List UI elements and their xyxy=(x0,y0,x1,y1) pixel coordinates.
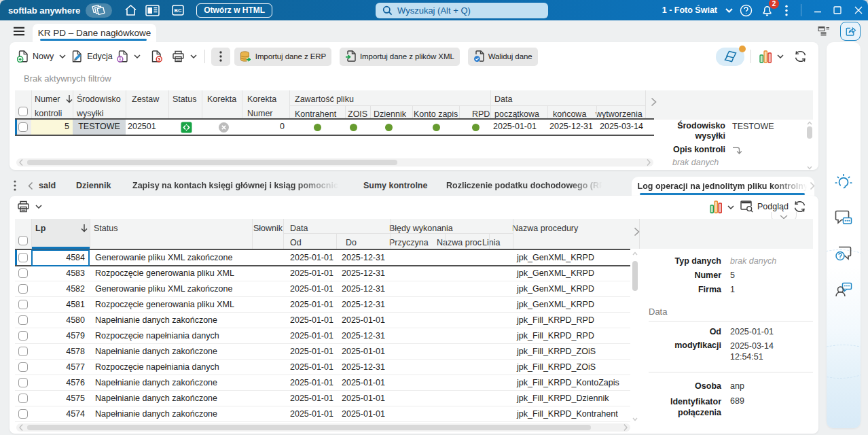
tab-kr-pd-dane-naglowkowe[interactable]: KR PD – Dane nagłówkowe xyxy=(33,24,156,42)
cell-lp[interactable]: 4582 xyxy=(31,281,90,297)
cell-nazwa-procedury[interactable]: jpk_GenXML_KRPD xyxy=(517,281,594,297)
cell-do[interactable]: 2025-01-01 xyxy=(342,375,385,391)
scroll-right-icon[interactable] xyxy=(623,423,628,432)
window-list-button[interactable] xyxy=(818,26,830,37)
cell-koncowa[interactable]: 2025-12-31 xyxy=(547,120,596,135)
document-delete-button[interactable] xyxy=(151,50,162,63)
scroll-up-icon[interactable] xyxy=(632,251,638,256)
cell-nazwa-procedury[interactable]: jpk_Fill_KRPD_ZOiS xyxy=(517,344,596,360)
chart-view-button[interactable] xyxy=(759,50,784,63)
cell-status[interactable]: Napełnianie danych zakończone xyxy=(95,375,217,391)
cell-status[interactable]: Rozpoczęcie napełniania danych xyxy=(95,328,219,344)
cell-do[interactable]: 2025-01-01 xyxy=(342,391,385,406)
cell-lp[interactable]: 4574 xyxy=(31,406,90,422)
cell-zestaw[interactable]: 202501 xyxy=(126,120,168,135)
grid1-expand-chevron[interactable] xyxy=(651,97,657,107)
cell-od[interactable]: 2025-01-01 xyxy=(290,391,333,406)
cell-lp[interactable]: 4579 xyxy=(31,328,90,344)
table-row[interactable]: 4579 Rozpoczęcie napełniania danych 2025… xyxy=(15,328,630,344)
table-row[interactable]: 4575 Napełnianie danych zakończone 2025-… xyxy=(15,391,630,406)
cell-wytworzenia[interactable]: 2025-03-14 xyxy=(596,120,645,135)
select-all-checkbox[interactable] xyxy=(18,107,28,116)
grid2-hscrollbar[interactable] xyxy=(16,423,630,432)
row-checkbox[interactable] xyxy=(18,315,28,325)
row-checkbox[interactable] xyxy=(18,268,28,278)
help-chat-button[interactable] xyxy=(835,245,852,263)
cell-lp[interactable]: 4580 xyxy=(31,313,90,328)
cell-nazwa-procedury[interactable]: jpk_Fill_KRPD_RPD xyxy=(517,313,594,328)
col-przyczyna[interactable]: Przyczyna xyxy=(389,236,429,250)
cell-od[interactable]: 2025-01-01 xyxy=(290,281,333,297)
cell-lp[interactable]: 4581 xyxy=(31,297,90,313)
cell-status[interactable]: Napełnianie danych zakończone xyxy=(95,391,217,406)
table-row[interactable]: 4584 Generowanie pliku XML zakończone 20… xyxy=(15,250,630,266)
row-checkbox[interactable] xyxy=(18,253,28,262)
cell-lp[interactable]: 4576 xyxy=(31,375,90,391)
table-row[interactable]: 4576 Napełnianie danych zakończone 2025-… xyxy=(15,375,630,391)
cell-nazwa-procedury[interactable]: jpk_Fill_KRPD_RPD xyxy=(517,328,594,344)
table-row[interactable]: 4583 Rozpoczęcie generowania pliku XML 2… xyxy=(15,266,630,281)
tab-sumy-kontrolne[interactable]: Sumy kontrolne xyxy=(363,175,427,196)
row-checkbox[interactable] xyxy=(18,300,28,309)
titlebar-menu-button[interactable] xyxy=(777,1,796,20)
company-selector[interactable]: 1 - Foto Świat xyxy=(662,5,717,15)
col-od[interactable]: Od xyxy=(290,236,302,250)
cell-od[interactable]: 2025-01-01 xyxy=(290,266,333,281)
cell-status[interactable]: Napełnianie danych zakończone xyxy=(95,313,217,328)
detail1-vscrollbar[interactable] xyxy=(806,121,814,170)
refresh-button[interactable] xyxy=(793,50,808,63)
scroll-left-icon[interactable] xyxy=(19,158,23,167)
cell-od[interactable]: 2025-01-01 xyxy=(290,313,333,328)
scroll-down-icon[interactable] xyxy=(632,417,638,421)
preview-button[interactable]: Podgląd xyxy=(740,201,789,213)
contact-chat-button[interactable] xyxy=(835,281,852,298)
tabs-scroll-right-icon[interactable] xyxy=(810,181,815,190)
tab-log-operacji-active[interactable]: Log operacji na jednolitym pliku kontrol… xyxy=(632,177,814,196)
document-info-button[interactable] xyxy=(117,50,141,63)
col-srodowisko[interactable]: Środowiskowysyłki xyxy=(77,92,121,121)
cell-nazwa-procedury[interactable]: jpk_Fill_KRPD_Kontrahent xyxy=(517,406,618,422)
row-checkbox[interactable] xyxy=(18,394,28,403)
cell-od[interactable]: 2025-01-01 xyxy=(290,406,333,422)
notifications-button[interactable]: 2 xyxy=(757,1,776,20)
grid2-hscroll-thumb[interactable] xyxy=(27,425,591,430)
cell-korekta-numer[interactable]: 0 xyxy=(242,120,289,135)
home-button[interactable] xyxy=(124,2,137,18)
sort-descending-icon[interactable] xyxy=(80,224,88,232)
table-row[interactable]: 4582 Generowanie pliku XML zakończone 20… xyxy=(15,281,630,297)
cell-poczatkowa[interactable]: 2025-01-01 xyxy=(490,120,547,135)
scroll-right-icon[interactable] xyxy=(647,158,651,167)
col-slownik[interactable]: Słownik xyxy=(253,222,283,236)
cell-numer[interactable]: 5 xyxy=(31,120,73,135)
cell-od[interactable]: 2025-01-01 xyxy=(290,297,333,313)
cell-nazwa-procedury[interactable]: jpk_Fill_KRPD_Dziennik xyxy=(517,391,609,406)
refresh-button[interactable] xyxy=(793,200,807,213)
cell-od[interactable]: 2025-01-01 xyxy=(290,250,333,266)
row-checkbox[interactable] xyxy=(18,122,28,132)
tab-rpd[interactable]: Rozliczenie podatku dochodowego (RPD) xyxy=(446,175,604,196)
cell-status[interactable]: Rozpoczęcie generowania pliku XML xyxy=(95,266,234,281)
grid2-expand-chevron[interactable] xyxy=(634,227,640,237)
minimize-button[interactable] xyxy=(809,0,827,20)
cell-lp[interactable]: 4577 xyxy=(31,360,90,375)
share-button[interactable] xyxy=(840,22,861,41)
col-status[interactable]: Status xyxy=(94,222,117,236)
cell-do[interactable]: 2025-12-31 xyxy=(342,281,385,297)
cell-od[interactable]: 2025-01-01 xyxy=(290,375,333,391)
row-checkbox[interactable] xyxy=(18,331,28,341)
maximize-button[interactable] xyxy=(829,0,846,20)
col-lp[interactable]: Lp xyxy=(35,222,46,236)
opis-expand-icon[interactable] xyxy=(732,146,742,155)
chevron-down-icon[interactable] xyxy=(725,8,733,13)
workspace-indicator-button[interactable] xyxy=(716,48,744,66)
row-checkbox[interactable] xyxy=(18,362,28,372)
scroll-down-icon[interactable] xyxy=(807,166,812,170)
cell-lp[interactable]: 4575 xyxy=(31,391,90,406)
table-row[interactable]: 4578 Napełnianie danych zakończone 2025-… xyxy=(15,344,630,360)
cell-do[interactable]: 2025-12-31 xyxy=(342,297,385,313)
grid2-vscrollbar[interactable] xyxy=(631,250,639,423)
toolbar-more-button[interactable] xyxy=(211,48,230,66)
print-button[interactable] xyxy=(172,50,197,63)
main-menu-button[interactable] xyxy=(14,27,24,36)
cell-lp[interactable]: 4583 xyxy=(31,266,90,281)
